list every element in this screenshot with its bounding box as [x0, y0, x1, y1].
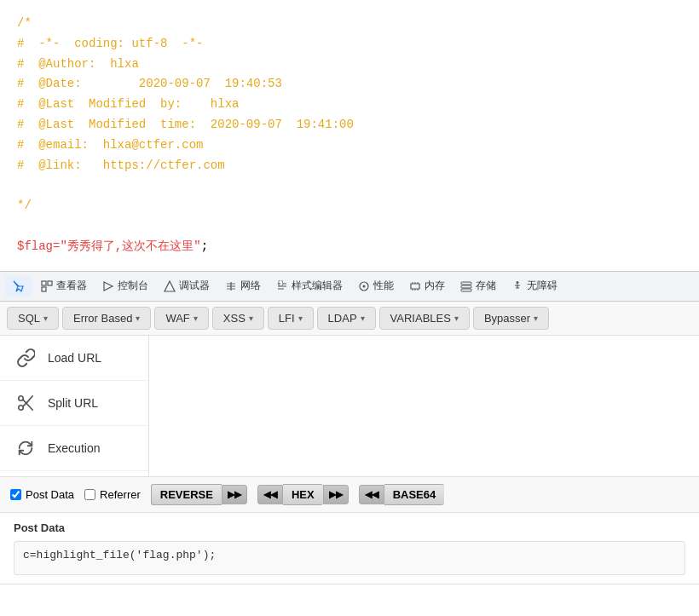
- code-line-5: # @Last Modified by: hlxa: [17, 95, 682, 115]
- tab-variables-label: VARIABLES: [390, 312, 451, 325]
- tab-error-based[interactable]: Error Based ▾: [62, 307, 151, 330]
- svg-rect-10: [461, 289, 471, 291]
- base64-btn-arrow-left[interactable]: ◀◀: [359, 485, 384, 504]
- hackbar: SQL ▾ Error Based ▾ WAF ▾ XSS ▾ LFI ▾ LD…: [0, 302, 699, 584]
- devtools-network-label: 网络: [240, 279, 261, 293]
- post-data-checkbox-label[interactable]: Post Data: [10, 488, 74, 501]
- referrer-checkbox-text: Referrer: [100, 488, 141, 501]
- svg-text:{}: {}: [277, 280, 284, 286]
- tab-lfi[interactable]: LFI ▾: [268, 307, 314, 330]
- tab-xss[interactable]: XSS ▾: [212, 307, 264, 330]
- svg-marker-3: [104, 282, 113, 291]
- tab-error-based-arrow: ▾: [136, 314, 140, 323]
- menu-tabs: SQL ▾ Error Based ▾ WAF ▾ XSS ▾ LFI ▾ LD…: [0, 302, 699, 336]
- devtools-storage-label: 存储: [476, 279, 496, 293]
- url-textarea[interactable]: [158, 344, 690, 463]
- tab-variables[interactable]: VARIABLES ▾: [379, 307, 470, 330]
- reverse-btn-arrow[interactable]: ▶▶: [222, 485, 247, 504]
- code-line-close: */: [17, 196, 682, 216]
- devtools-accessibility-label: 无障碍: [527, 279, 557, 293]
- refresh-icon: [15, 438, 36, 458]
- scissors-icon: [15, 393, 36, 413]
- execution-btn[interactable]: Execution: [0, 426, 148, 471]
- hex-btn-arrow-right[interactable]: ▶▶: [323, 485, 349, 504]
- tab-error-based-label: Error Based: [73, 312, 132, 325]
- load-url-label: Load URL: [48, 351, 101, 365]
- tab-waf-label: WAF: [165, 312, 189, 325]
- svg-point-7: [363, 285, 366, 287]
- tab-bypasser[interactable]: Bypasser ▾: [473, 307, 549, 330]
- devtools-debugger-label: 调试器: [179, 279, 210, 293]
- tab-lfi-arrow: ▾: [298, 314, 303, 323]
- tab-variables-arrow: ▾: [454, 314, 459, 323]
- devtools-memory-label: 内存: [425, 279, 445, 293]
- post-data-section-label: Post Data: [14, 521, 685, 534]
- devtools-network-btn[interactable]: 网络: [218, 275, 268, 296]
- svg-line-16: [27, 395, 32, 401]
- devtools-bar: 查看器 控制台 调试器 网络 {} 样式编辑器 性能: [0, 271, 699, 302]
- reverse-btn-label: REVERSE: [151, 484, 222, 505]
- tab-lfi-label: LFI: [279, 312, 295, 325]
- devtools-style-btn[interactable]: {} 样式编辑器: [269, 275, 350, 296]
- base64-btn[interactable]: ◀◀ BASE64: [359, 484, 445, 505]
- devtools-performance-btn[interactable]: 性能: [351, 275, 401, 296]
- svg-rect-9: [461, 285, 471, 288]
- code-line-2: # -*- coding: utf-8 -*-: [17, 34, 682, 55]
- code-line-6: # @Last Modified time: 2020-09-07 19:41:…: [17, 115, 682, 135]
- svg-marker-4: [165, 281, 175, 291]
- tab-xss-arrow: ▾: [249, 314, 253, 323]
- devtools-inspector-icon[interactable]: [5, 276, 32, 296]
- devtools-console-label: 控制台: [118, 279, 148, 293]
- devtools-viewer-label: 查看器: [56, 279, 87, 293]
- post-data-value: c=highlight_file('flag.php');: [23, 549, 216, 561]
- devtools-accessibility-btn[interactable]: 无障碍: [505, 275, 564, 296]
- devtools-memory-btn[interactable]: 内存: [402, 275, 452, 296]
- devtools-performance-label: 性能: [373, 279, 394, 293]
- code-line-1: /*: [17, 14, 682, 34]
- referrer-checkbox[interactable]: [84, 489, 95, 500]
- devtools-style-label: 样式编辑器: [292, 279, 343, 293]
- devtools-viewer-btn[interactable]: 查看器: [34, 275, 94, 296]
- tab-bypasser-label: Bypasser: [484, 312, 530, 325]
- code-line-8: # @link: https://ctfer.com: [17, 156, 682, 176]
- load-url-btn[interactable]: Load URL: [0, 336, 148, 381]
- action-area: Load URL Split URL: [0, 336, 699, 476]
- svg-rect-8: [461, 282, 471, 285]
- tab-ldap-label: LDAP: [328, 312, 357, 325]
- execution-label: Execution: [48, 441, 100, 455]
- code-line-3: # @Author: hlxa: [17, 55, 682, 75]
- code-blank: [17, 176, 682, 196]
- tab-ldap[interactable]: LDAP ▾: [317, 307, 376, 330]
- post-data-checkbox[interactable]: [10, 489, 21, 500]
- tab-ldap-arrow: ▾: [361, 314, 365, 323]
- svg-rect-1: [48, 281, 52, 285]
- tab-xss-label: XSS: [223, 312, 246, 325]
- hex-btn-label: HEX: [283, 484, 323, 505]
- reverse-btn[interactable]: REVERSE ▶▶: [151, 484, 247, 505]
- tab-sql[interactable]: SQL ▾: [7, 307, 59, 330]
- split-url-label: Split URL: [48, 396, 98, 410]
- code-line-7: # @email: hlxa@ctfer.com: [17, 135, 682, 156]
- devtools-storage-btn[interactable]: 存储: [453, 275, 503, 296]
- tab-waf-arrow: ▾: [194, 314, 198, 323]
- tab-sql-label: SQL: [18, 312, 40, 325]
- hex-btn-arrow-left[interactable]: ◀◀: [257, 485, 283, 504]
- referrer-checkbox-label[interactable]: Referrer: [84, 488, 141, 501]
- action-buttons: Load URL Split URL: [0, 336, 149, 476]
- code-variable-line: $flag="秀秀得了,这次不在这里";: [17, 237, 682, 257]
- bottom-bar: Post Data Referrer REVERSE ▶▶ ◀◀ HEX ▶▶ …: [0, 476, 699, 513]
- hex-btn[interactable]: ◀◀ HEX ▶▶: [257, 484, 349, 505]
- tab-sql-arrow: ▾: [43, 314, 48, 323]
- content-input-area[interactable]: [149, 336, 699, 476]
- tab-bypasser-arrow: ▾: [534, 314, 538, 323]
- link-icon: [15, 348, 36, 368]
- post-data-checkbox-text: Post Data: [26, 488, 74, 501]
- svg-rect-0: [42, 281, 46, 285]
- svg-point-11: [517, 281, 519, 284]
- devtools-console-btn[interactable]: 控制台: [95, 275, 155, 296]
- devtools-debugger-btn[interactable]: 调试器: [157, 275, 217, 296]
- tab-waf[interactable]: WAF ▾: [154, 307, 208, 330]
- code-area: /* # -*- coding: utf-8 -*- # @Author: hl…: [0, 0, 699, 271]
- code-line-4: # @Date: 2020-09-07 19:40:53: [17, 74, 682, 95]
- split-url-btn[interactable]: Split URL: [0, 381, 148, 426]
